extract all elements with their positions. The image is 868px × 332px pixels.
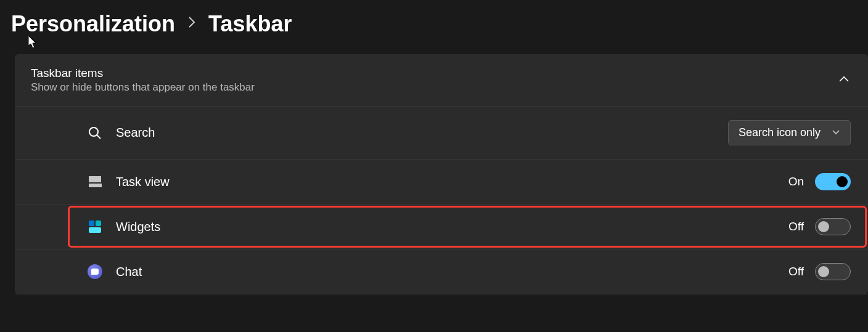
task-view-state-label: On [788,175,804,188]
svg-line-1 [97,135,100,139]
task-view-label: Task view [116,175,170,189]
search-label: Search [116,126,155,140]
chat-state-label: Off [788,265,804,278]
highlight-annotation [68,206,867,248]
chat-label: Chat [116,265,142,279]
widgets-label: Widgets [116,220,160,234]
setting-row-task-view: Task view On [15,160,868,204]
section-header-taskbar-items[interactable]: Taskbar items Show or hide buttons that … [15,54,868,107]
chevron-right-icon [187,16,196,32]
chat-toggle[interactable] [815,263,851,280]
breadcrumb: Personalization Taskbar [0,0,868,54]
section-title: Taskbar items [31,67,255,80]
setting-row-widgets: Widgets Off [15,204,868,249]
chevron-down-icon [832,129,840,137]
task-view-toggle[interactable] [815,173,851,190]
svg-point-0 [89,128,98,136]
widgets-state-label: Off [788,220,804,233]
setting-row-search: Search Search icon only [15,107,868,160]
search-icon [88,126,102,140]
search-dropdown-value: Search icon only [739,126,821,139]
section-subtitle: Show or hide buttons that appear on the … [31,81,255,94]
widgets-icon [88,219,102,234]
settings-panel: Taskbar items Show or hide buttons that … [15,54,868,294]
task-view-icon [88,174,102,189]
chevron-up-icon[interactable] [838,75,850,85]
breadcrumb-current: Taskbar [208,11,292,37]
chat-icon [88,264,102,279]
widgets-toggle[interactable] [815,218,851,235]
setting-row-chat: Chat Off [15,249,868,294]
search-dropdown[interactable]: Search icon only [728,120,851,145]
breadcrumb-parent[interactable]: Personalization [11,11,175,37]
